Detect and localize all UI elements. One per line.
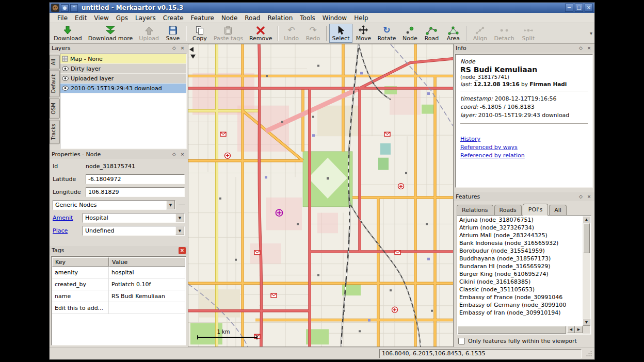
viewport-filter-checkbox[interactable] [458,338,465,344]
chevron-down-icon[interactable]: ▼ [175,226,184,235]
list-item[interactable]: Borobudur (node_315541959) [458,247,583,255]
tab-relations[interactable]: Relations [457,205,493,215]
title-bar[interactable]: ● ^ untitled - Merkaartor v0.15.3 − □ × [50,3,594,13]
tag-value-cell[interactable] [109,302,185,314]
menu-road[interactable]: Road [241,13,264,23]
area-button[interactable]: Area [442,24,464,43]
download-more-button[interactable]: Download more [85,24,136,43]
menu-window[interactable]: Window [319,13,350,23]
splitter-handle[interactable] [179,205,185,205]
maximize-button[interactable]: □ [575,4,583,12]
menu-node[interactable]: Node [218,13,241,23]
copy-button[interactable]: Copy [189,24,211,43]
tag-key-cell[interactable]: amenity [52,267,109,278]
select-button[interactable]: Select [329,24,353,43]
horizontal-scrollbar[interactable]: ◀ ▶ [458,326,583,334]
eye-icon[interactable] [62,76,69,81]
eye-icon[interactable] [62,86,69,91]
tag-key-cell[interactable]: created_by [52,278,109,290]
minimize-button[interactable]: − [565,4,573,12]
menu-layers[interactable]: Layers [132,13,159,23]
menu-help[interactable]: Help [350,13,372,23]
app-icon[interactable] [51,4,59,12]
download-button[interactable]: Download [51,24,85,43]
split-button[interactable]: Split [518,24,539,43]
list-item[interactable]: Arjuna (node_318076751) [458,216,583,224]
move-button[interactable]: Move [352,24,374,43]
menu-file[interactable]: File [54,13,71,23]
scroll-up-icon[interactable]: ▲ [583,216,590,223]
list-item[interactable]: Atrium (node_327326734) [458,224,583,232]
tag-key-cell[interactable]: Edit this to add... [52,302,109,314]
features-float-button[interactable]: ◇ [577,193,584,200]
chevron-down-icon[interactable]: ▼ [166,201,175,209]
toolbar-overflow-icon[interactable]: ▾ [589,30,593,36]
list-item[interactable]: Burger King (node_610695274) [458,270,583,278]
align-button[interactable]: Align [469,24,491,43]
save-button[interactable]: Save [162,24,184,43]
menu-gps[interactable]: Gps [112,13,132,23]
redo-button[interactable]: ↷ Redo [302,24,324,43]
menu-feature[interactable]: Feature [187,13,218,23]
list-item[interactable]: Cikini (node_316168385) [458,278,583,286]
list-item[interactable]: Embassy of Germany (node_3099100 [458,301,583,309]
layers-tab-osm[interactable]: OSM [50,98,60,119]
eye-icon[interactable] [62,66,69,71]
amenity-select[interactable]: Hospital ▼ [83,213,185,223]
tab-all[interactable]: All [549,205,567,215]
tag-value-cell[interactable]: Potlatch 0.10f [109,278,185,290]
info-close-button[interactable]: × [586,45,592,52]
layers-tab-tracks[interactable]: Tracks [50,120,60,144]
scrollbar-track[interactable] [583,253,590,319]
window-shade-button[interactable]: ^ [70,4,78,12]
resize-grip[interactable] [586,350,592,357]
map-canvas[interactable]: 1 km [188,44,454,347]
rotate-button[interactable]: ↻ Rotate [374,24,399,43]
layer-item-dirty[interactable]: Dirty layer [60,64,186,74]
list-item[interactable]: Classic (node_351105653) [458,286,583,293]
vertical-scrollbar[interactable]: ▲ ▼ [583,216,590,326]
layer-item-download[interactable]: 2010-05-15T19:29:43 download [60,84,186,93]
scrollbar-thumb[interactable] [583,223,590,253]
list-item[interactable]: Buddhayana (node_318567173) [458,255,583,262]
close-button[interactable]: × [585,4,593,12]
layer-item-uploaded[interactable]: Uploaded layer [60,74,186,84]
referenced-by-ways-link[interactable]: Referenced by ways [460,143,588,151]
properties-float-button[interactable]: ◇ [171,151,178,158]
paste-tags-button[interactable]: Paste tags [211,24,246,43]
viewport-coords-input[interactable] [379,349,582,358]
menu-tools[interactable]: Tools [296,13,319,23]
menu-edit[interactable]: Edit [71,13,90,23]
longitude-field[interactable] [86,187,185,197]
tags-close-button[interactable]: × [179,247,186,254]
list-item[interactable]: Embassy of France (node_30991046 [458,293,583,301]
menu-create[interactable]: Create [159,13,187,23]
list-item[interactable]: Bundaran HI (node_316565929) [458,262,583,270]
layers-float-button[interactable]: ◇ [171,45,178,52]
road-button[interactable]: Road [421,24,442,43]
menu-relation[interactable]: Relation [264,13,296,23]
tab-pois[interactable]: POI's [523,204,548,216]
remove-button[interactable]: Remove [246,24,276,43]
latitude-field[interactable] [86,174,185,184]
node-type-select[interactable]: Generic Nodes ▼ [53,200,175,210]
scroll-left-icon[interactable]: ◀ [567,326,575,333]
menu-view[interactable]: View [90,13,112,23]
amenity-link[interactable]: Amenit [53,215,79,221]
layers-close-button[interactable]: × [179,45,186,52]
tag-key-cell[interactable]: name [52,290,109,302]
list-item[interactable]: Bank Indonesia (node_316565932) [458,239,583,247]
scroll-down-icon[interactable]: ▼ [583,319,590,326]
properties-close-button[interactable]: × [179,151,186,158]
tag-value-cell[interactable]: hospital [109,267,185,278]
features-close-button[interactable]: × [586,193,592,200]
list-item[interactable]: Embassy of Iran (node_309910194) [458,309,583,317]
chevron-down-icon[interactable]: ▼ [175,213,184,222]
list-item[interactable]: Atrium Mall (node_283244325) [458,232,583,239]
detach-button[interactable]: Detach [491,24,517,43]
place-select[interactable]: Undefined ▼ [83,226,185,236]
history-link[interactable]: History [460,135,588,143]
referenced-by-relation-link[interactable]: Referenced by relation [460,152,588,159]
place-link[interactable]: Place [53,227,79,234]
layer-item-map[interactable]: Map - None [60,54,186,64]
